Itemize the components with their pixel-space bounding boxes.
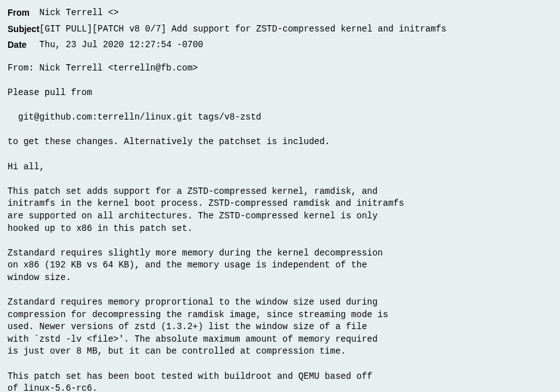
email-body: From: Nick Terrell <terrelln@fb.com> Ple… [8, 62, 552, 392]
from-value: Nick Terrell <> [40, 5, 447, 21]
from-label: From [8, 5, 40, 21]
header-row-subject: Subject [GIT PULL][PATCH v8 0/7] Add sup… [8, 21, 446, 38]
header-row-from: From Nick Terrell <> [8, 5, 446, 21]
date-label: Date [8, 37, 40, 53]
subject-value: [GIT PULL][PATCH v8 0/7] Add support for… [40, 21, 447, 38]
date-value: Thu, 23 Jul 2020 12:27:54 -0700 [40, 37, 447, 53]
subject-label: Subject [8, 21, 40, 38]
email-header-table: From Nick Terrell <> Subject [GIT PULL][… [8, 5, 446, 53]
header-row-date: Date Thu, 23 Jul 2020 12:27:54 -0700 [8, 37, 446, 53]
